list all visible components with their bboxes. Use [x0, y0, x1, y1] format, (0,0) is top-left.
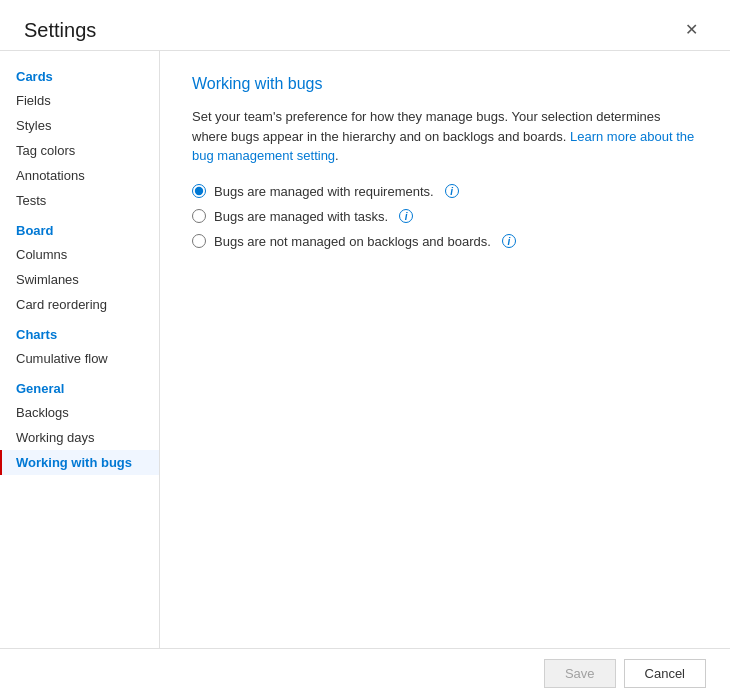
radio-group: Bugs are managed with requirements.iBugs…: [192, 184, 698, 249]
radio-label-opt2[interactable]: Bugs are managed with tasks.: [214, 209, 388, 224]
sidebar-item-cumulative-flow[interactable]: Cumulative flow: [0, 346, 159, 371]
sidebar-item-backlogs[interactable]: Backlogs: [0, 400, 159, 425]
sidebar-item-annotations[interactable]: Annotations: [0, 163, 159, 188]
sidebar-item-styles[interactable]: Styles: [0, 113, 159, 138]
settings-dialog: Settings ✕ CardsFieldsStylesTag colorsAn…: [0, 0, 730, 698]
sidebar-item-working-days[interactable]: Working days: [0, 425, 159, 450]
save-button[interactable]: Save: [544, 659, 616, 688]
sidebar-section-cards: Cards: [0, 59, 159, 88]
radio-option-opt3: Bugs are not managed on backlogs and boa…: [192, 234, 698, 249]
info-icon-opt2[interactable]: i: [399, 209, 413, 223]
dialog-title: Settings: [24, 19, 96, 42]
dialog-footer: Save Cancel: [0, 648, 730, 698]
sidebar-section-general: General: [0, 371, 159, 400]
radio-option-opt2: Bugs are managed with tasks.i: [192, 209, 698, 224]
close-button[interactable]: ✕: [677, 18, 706, 42]
sidebar-item-columns[interactable]: Columns: [0, 242, 159, 267]
radio-option-opt1: Bugs are managed with requirements.i: [192, 184, 698, 199]
radio-label-opt1[interactable]: Bugs are managed with requirements.: [214, 184, 434, 199]
sidebar: CardsFieldsStylesTag colorsAnnotationsTe…: [0, 51, 160, 648]
sidebar-item-tests[interactable]: Tests: [0, 188, 159, 213]
dialog-body: CardsFieldsStylesTag colorsAnnotationsTe…: [0, 50, 730, 648]
sidebar-section-charts: Charts: [0, 317, 159, 346]
description-period: .: [335, 148, 339, 163]
radio-input-opt1[interactable]: [192, 184, 206, 198]
radio-input-opt2[interactable]: [192, 209, 206, 223]
info-icon-opt1[interactable]: i: [445, 184, 459, 198]
description: Set your team's preference for how they …: [192, 107, 698, 166]
sidebar-item-fields[interactable]: Fields: [0, 88, 159, 113]
radio-label-opt3[interactable]: Bugs are not managed on backlogs and boa…: [214, 234, 491, 249]
sidebar-item-tag-colors[interactable]: Tag colors: [0, 138, 159, 163]
sidebar-section-board: Board: [0, 213, 159, 242]
info-icon-opt3[interactable]: i: [502, 234, 516, 248]
cancel-button[interactable]: Cancel: [624, 659, 706, 688]
sidebar-item-working-with-bugs[interactable]: Working with bugs: [0, 450, 159, 475]
sidebar-item-swimlanes[interactable]: Swimlanes: [0, 267, 159, 292]
main-content: Working with bugs Set your team's prefer…: [160, 51, 730, 648]
dialog-header: Settings ✕: [0, 0, 730, 50]
radio-input-opt3[interactable]: [192, 234, 206, 248]
section-title: Working with bugs: [192, 75, 698, 93]
sidebar-item-card-reordering[interactable]: Card reordering: [0, 292, 159, 317]
